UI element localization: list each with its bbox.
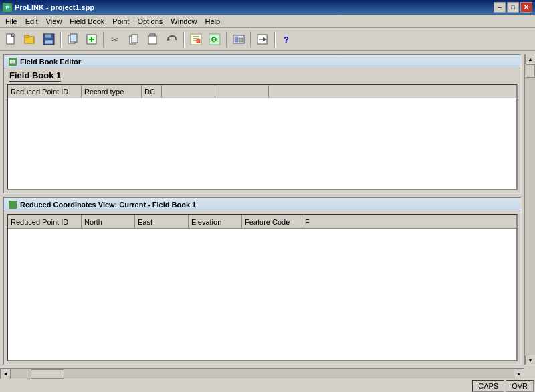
main-content: ▲ ▼ 📖 Field Book Editor Field Book 1 Red…: [0, 51, 535, 368]
status-bar: CAPS OVR: [0, 379, 535, 392]
toolbar: ✂ ⚙: [0, 28, 535, 51]
svg-rect-7: [25, 35, 29, 37]
toolbar-cut-btn[interactable]: ✂: [107, 31, 124, 48]
close-button[interactable]: ✕: [520, 2, 532, 13]
menu-fieldbook[interactable]: Field Book: [66, 16, 108, 27]
toolbar-sep-1: [60, 31, 62, 47]
toolbar-open-btn[interactable]: [21, 31, 39, 48]
toolbar-copy-btn[interactable]: [126, 31, 143, 48]
toolbar-btn-11[interactable]: ⚙: [206, 31, 223, 48]
menu-file[interactable]: File: [1, 16, 21, 27]
svg-rect-31: [239, 38, 243, 42]
scrollbar-thumb[interactable]: [526, 64, 535, 78]
reduced-coords-panel-header: Reduced Coordinates View: Current - Fiel…: [4, 198, 520, 211]
svg-text:📖: 📖: [9, 58, 16, 65]
fb-col-6: [269, 85, 516, 98]
menu-point[interactable]: Point: [108, 16, 133, 27]
scrollbar-down-btn[interactable]: ▼: [525, 355, 535, 365]
rc-col-feature-code: Feature Code: [242, 215, 302, 228]
h-scroll-left-btn[interactable]: ◄: [0, 369, 11, 379]
toolbar-sep-2: [103, 31, 104, 47]
svg-rect-10: [45, 40, 53, 44]
rc-col-north: North: [82, 215, 135, 228]
h-scroll-track: [11, 369, 514, 379]
svg-rect-12: [70, 34, 77, 42]
svg-text:⚙: ⚙: [211, 35, 217, 43]
menu-edit[interactable]: Edit: [21, 16, 42, 27]
fb-col-5: [215, 85, 269, 98]
field-book-grid: Reduced Point ID Record type DC: [7, 84, 518, 190]
toolbar-sep-3: [183, 31, 185, 47]
field-book-title: Field Book 1: [9, 70, 61, 82]
rc-col-reduced-point-id: Reduced Point ID: [8, 215, 82, 228]
toolbar-undo-btn[interactable]: [163, 31, 181, 48]
reduced-coords-panel-title: Reduced Coordinates View: Current - Fiel…: [20, 201, 196, 209]
minimize-button[interactable]: ─: [494, 2, 506, 13]
menu-bar: File Edit View Field Book Point Options …: [0, 15, 535, 28]
toolbar-new-btn[interactable]: [3, 31, 20, 48]
rc-col-east: East: [135, 215, 189, 228]
h-scroll-right-btn[interactable]: ►: [514, 369, 524, 379]
fb-col-dc: DC: [142, 85, 162, 98]
svg-rect-18: [132, 35, 138, 43]
field-book-grid-header: Reduced Point ID Record type DC: [8, 85, 516, 98]
field-book-editor-panel: 📖 Field Book Editor Field Book 1 Reduced…: [3, 54, 522, 194]
ovr-indicator: OVR: [506, 380, 534, 392]
svg-rect-38: [9, 201, 17, 209]
field-book-panel-icon: 📖: [8, 57, 17, 66]
menu-help[interactable]: Help: [201, 16, 224, 27]
reduced-coords-panel: Reduced Coordinates View: Current - Fiel…: [3, 197, 522, 365]
restore-button[interactable]: □: [507, 2, 519, 13]
toolbar-btn-4[interactable]: [64, 31, 82, 48]
toolbar-sep-6: [274, 31, 276, 47]
window-controls: ─ □ ✕: [494, 2, 532, 13]
window-title: ProLINK - project1.spp: [15, 3, 94, 11]
field-book-panel-header: 📖 Field Book Editor: [4, 55, 520, 68]
menu-view[interactable]: View: [42, 16, 66, 27]
toolbar-help-btn[interactable]: ?: [278, 31, 296, 48]
caps-indicator: CAPS: [472, 380, 504, 392]
reduced-coords-grid-header: Reduced Point ID North East Elevation Fe…: [8, 215, 516, 229]
toolbar-sep-4: [226, 31, 227, 47]
fb-col-record-type: Record type: [82, 85, 142, 98]
toolbar-btn-12[interactable]: [230, 31, 247, 48]
field-book-title-area: Field Book 1: [4, 68, 520, 84]
toolbar-btn-10[interactable]: [187, 31, 205, 48]
menu-options[interactable]: Options: [133, 16, 167, 27]
svg-rect-26: [197, 39, 200, 43]
app-icon: P: [3, 3, 12, 12]
scrollbar-track: [525, 64, 535, 355]
scrollbar-up-btn[interactable]: ▲: [525, 54, 535, 64]
right-scrollbar: ▲ ▼: [524, 54, 535, 365]
reduced-coords-panel-icon: [8, 200, 17, 209]
toolbar-paste-btn[interactable]: [144, 31, 162, 48]
svg-rect-20: [148, 36, 156, 44]
svg-text:?: ?: [284, 35, 289, 45]
field-book-panel-title: Field Book Editor: [20, 58, 81, 66]
toolbar-save-btn[interactable]: [40, 31, 58, 48]
fb-col-4: [162, 85, 215, 98]
svg-text:✂: ✂: [111, 35, 118, 45]
fb-col-reduced-point-id: Reduced Point ID: [8, 85, 82, 98]
reduced-coords-grid: Reduced Point ID North East Elevation Fe…: [7, 214, 518, 361]
svg-marker-21: [167, 37, 170, 41]
toolbar-btn-13[interactable]: [254, 31, 272, 48]
horizontal-scrollbar: ◄ ►: [0, 368, 524, 379]
menu-window[interactable]: Window: [167, 16, 201, 27]
rc-col-elevation: Elevation: [189, 215, 242, 228]
h-scroll-thumb[interactable]: [31, 369, 64, 379]
title-bar: P ProLINK - project1.spp ─ □ ✕: [0, 0, 535, 15]
toolbar-sep-5: [250, 31, 251, 47]
svg-text:P: P: [6, 5, 9, 10]
svg-rect-9: [45, 34, 51, 38]
rc-col-f: F: [302, 215, 516, 228]
toolbar-btn-5[interactable]: [83, 31, 100, 48]
svg-rect-30: [235, 37, 238, 42]
